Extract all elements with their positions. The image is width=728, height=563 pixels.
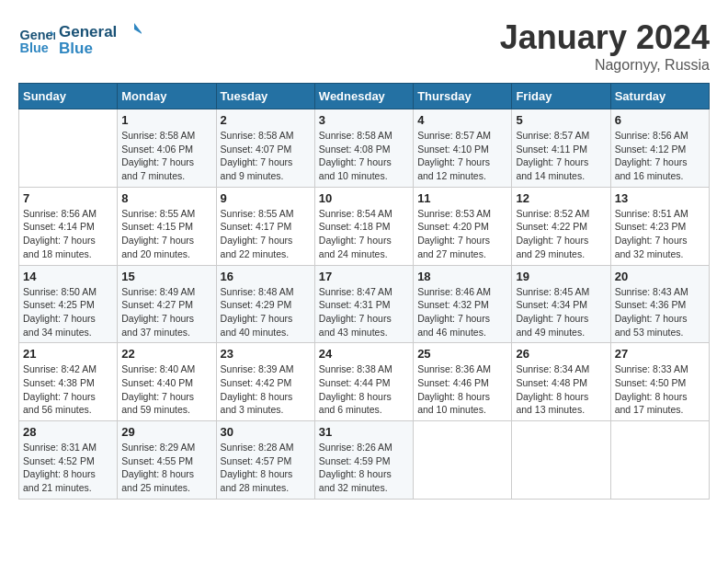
day-number: 7: [23, 191, 113, 205]
day-info: Sunrise: 8:29 AMSunset: 4:55 PMDaylight:…: [121, 441, 211, 495]
column-header-monday: Monday: [118, 84, 216, 109]
calendar-cell: 26Sunrise: 8:34 AMSunset: 4:48 PMDayligh…: [512, 343, 610, 421]
day-number: 15: [121, 270, 211, 283]
day-number: 26: [516, 347, 606, 361]
calendar-header-row: SundayMondayTuesdayWednesdayThursdayFrid…: [19, 84, 710, 109]
calendar-table: SundayMondayTuesdayWednesdayThursdayFrid…: [18, 83, 710, 500]
day-number: 2: [221, 113, 311, 127]
day-number: 3: [319, 113, 409, 127]
day-info: Sunrise: 8:43 AMSunset: 4:36 PMDaylight:…: [615, 285, 705, 339]
calendar-cell: 20Sunrise: 8:43 AMSunset: 4:36 PMDayligh…: [610, 265, 709, 343]
day-number: 9: [221, 191, 311, 205]
day-number: 11: [417, 191, 507, 205]
day-info: Sunrise: 8:55 AMSunset: 4:17 PMDaylight:…: [221, 207, 311, 261]
logo-icon: General Blue: [18, 23, 55, 60]
column-header-saturday: Saturday: [610, 84, 709, 109]
day-number: 5: [516, 113, 606, 127]
calendar-cell: 3Sunrise: 8:58 AMSunset: 4:08 PMDaylight…: [314, 109, 413, 188]
day-number: 18: [417, 270, 507, 283]
day-number: 21: [23, 347, 113, 361]
day-info: Sunrise: 8:38 AMSunset: 4:44 PMDaylight:…: [319, 362, 409, 417]
logo: General Blue General Blue: [18, 18, 142, 63]
day-info: Sunrise: 8:52 AMSunset: 4:22 PMDaylight:…: [516, 207, 606, 261]
week-row-4: 21Sunrise: 8:42 AMSunset: 4:38 PMDayligh…: [19, 343, 710, 421]
day-number: 31: [319, 425, 409, 439]
day-info: Sunrise: 8:34 AMSunset: 4:48 PMDaylight:…: [516, 362, 606, 417]
week-row-3: 14Sunrise: 8:50 AMSunset: 4:25 PMDayligh…: [19, 265, 710, 343]
day-info: Sunrise: 8:46 AMSunset: 4:32 PMDaylight:…: [417, 285, 507, 339]
day-info: Sunrise: 8:57 AMSunset: 4:11 PMDaylight:…: [516, 129, 606, 183]
day-number: 28: [23, 425, 113, 439]
day-number: 29: [121, 425, 211, 439]
day-number: 16: [221, 270, 311, 283]
week-row-1: 1Sunrise: 8:58 AMSunset: 4:06 PMDaylight…: [19, 109, 710, 188]
day-info: Sunrise: 8:31 AMSunset: 4:52 PMDaylight:…: [23, 441, 113, 495]
day-info: Sunrise: 8:49 AMSunset: 4:27 PMDaylight:…: [121, 285, 211, 339]
day-number: 14: [23, 270, 113, 283]
day-number: 13: [615, 191, 705, 205]
day-number: 6: [615, 113, 705, 127]
day-info: Sunrise: 8:40 AMSunset: 4:40 PMDaylight:…: [121, 362, 211, 417]
calendar-cell: 25Sunrise: 8:36 AMSunset: 4:46 PMDayligh…: [414, 343, 512, 421]
day-info: Sunrise: 8:55 AMSunset: 4:15 PMDaylight:…: [121, 207, 211, 261]
page-header: General Blue General Blue January 2024 N…: [18, 18, 710, 74]
month-title: January 2024: [500, 18, 710, 57]
day-number: 1: [121, 113, 211, 127]
svg-marker-5: [134, 23, 142, 35]
svg-text:Blue: Blue: [59, 40, 93, 57]
day-info: Sunrise: 8:58 AMSunset: 4:06 PMDaylight:…: [121, 129, 211, 183]
calendar-cell: 24Sunrise: 8:38 AMSunset: 4:44 PMDayligh…: [314, 343, 413, 421]
calendar-cell: 21Sunrise: 8:42 AMSunset: 4:38 PMDayligh…: [19, 343, 118, 421]
calendar-cell: [414, 421, 512, 500]
day-number: 10: [319, 191, 409, 205]
day-info: Sunrise: 8:56 AMSunset: 4:14 PMDaylight:…: [23, 207, 113, 261]
calendar-cell: 7Sunrise: 8:56 AMSunset: 4:14 PMDaylight…: [19, 187, 118, 265]
day-info: Sunrise: 8:50 AMSunset: 4:25 PMDaylight:…: [23, 285, 113, 339]
calendar-cell: 18Sunrise: 8:46 AMSunset: 4:32 PMDayligh…: [414, 265, 512, 343]
day-number: 19: [516, 270, 606, 283]
day-number: 4: [417, 113, 507, 127]
day-number: 22: [121, 347, 211, 361]
calendar-cell: [610, 421, 709, 500]
day-number: 24: [319, 347, 409, 361]
day-info: Sunrise: 8:28 AMSunset: 4:57 PMDaylight:…: [221, 441, 311, 495]
location-subtitle: Nagornyy, Russia: [500, 57, 710, 74]
day-info: Sunrise: 8:48 AMSunset: 4:29 PMDaylight:…: [221, 285, 311, 339]
calendar-cell: 10Sunrise: 8:54 AMSunset: 4:18 PMDayligh…: [314, 187, 413, 265]
calendar-cell: 30Sunrise: 8:28 AMSunset: 4:57 PMDayligh…: [216, 421, 314, 500]
column-header-sunday: Sunday: [19, 84, 118, 109]
day-info: Sunrise: 8:42 AMSunset: 4:38 PMDaylight:…: [23, 362, 113, 417]
day-number: 20: [615, 270, 705, 283]
calendar-cell: 14Sunrise: 8:50 AMSunset: 4:25 PMDayligh…: [19, 265, 118, 343]
calendar-cell: 22Sunrise: 8:40 AMSunset: 4:40 PMDayligh…: [118, 343, 216, 421]
day-info: Sunrise: 8:26 AMSunset: 4:59 PMDaylight:…: [319, 441, 409, 495]
column-header-friday: Friday: [512, 84, 610, 109]
week-row-2: 7Sunrise: 8:56 AMSunset: 4:14 PMDaylight…: [19, 187, 710, 265]
calendar-cell: 31Sunrise: 8:26 AMSunset: 4:59 PMDayligh…: [314, 421, 413, 500]
calendar-cell: 12Sunrise: 8:52 AMSunset: 4:22 PMDayligh…: [512, 187, 610, 265]
calendar-cell: 1Sunrise: 8:58 AMSunset: 4:06 PMDaylight…: [118, 109, 216, 188]
day-number: 30: [221, 425, 311, 439]
calendar-cell: [512, 421, 610, 500]
svg-text:Blue: Blue: [20, 40, 49, 55]
day-info: Sunrise: 8:51 AMSunset: 4:23 PMDaylight:…: [615, 207, 705, 261]
day-info: Sunrise: 8:56 AMSunset: 4:12 PMDaylight:…: [615, 129, 705, 183]
day-info: Sunrise: 8:36 AMSunset: 4:46 PMDaylight:…: [417, 362, 507, 417]
day-number: 17: [319, 270, 409, 283]
day-info: Sunrise: 8:57 AMSunset: 4:10 PMDaylight:…: [417, 129, 507, 183]
day-info: Sunrise: 8:33 AMSunset: 4:50 PMDaylight:…: [615, 362, 705, 417]
calendar-cell: 17Sunrise: 8:47 AMSunset: 4:31 PMDayligh…: [314, 265, 413, 343]
calendar-cell: 2Sunrise: 8:58 AMSunset: 4:07 PMDaylight…: [216, 109, 314, 188]
day-info: Sunrise: 8:39 AMSunset: 4:42 PMDaylight:…: [221, 362, 311, 417]
calendar-cell: 4Sunrise: 8:57 AMSunset: 4:10 PMDaylight…: [414, 109, 512, 188]
svg-text:General: General: [20, 27, 55, 41]
day-number: 25: [417, 347, 507, 361]
day-number: 12: [516, 191, 606, 205]
day-info: Sunrise: 8:58 AMSunset: 4:07 PMDaylight:…: [221, 129, 311, 183]
calendar-cell: 27Sunrise: 8:33 AMSunset: 4:50 PMDayligh…: [610, 343, 709, 421]
calendar-cell: 23Sunrise: 8:39 AMSunset: 4:42 PMDayligh…: [216, 343, 314, 421]
day-number: 23: [221, 347, 311, 361]
calendar-cell: 29Sunrise: 8:29 AMSunset: 4:55 PMDayligh…: [118, 421, 216, 500]
calendar-cell: 5Sunrise: 8:57 AMSunset: 4:11 PMDaylight…: [512, 109, 610, 188]
day-number: 27: [615, 347, 705, 361]
